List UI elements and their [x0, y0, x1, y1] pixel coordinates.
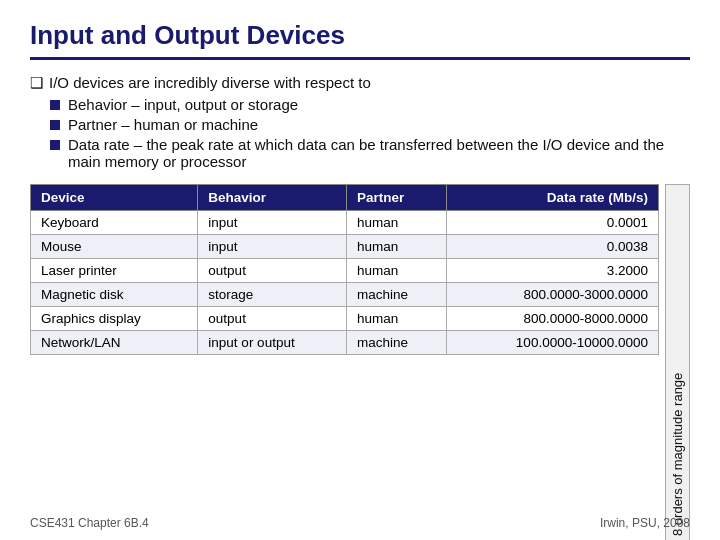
table-cell-3-2: machine [347, 283, 447, 307]
table-row: Mouseinputhuman0.0038 [31, 235, 659, 259]
table-cell-1-0: Mouse [31, 235, 198, 259]
table-row: Network/LANinput or outputmachine100.000… [31, 331, 659, 355]
table-row: Magnetic diskstoragemachine800.0000-3000… [31, 283, 659, 307]
sub-bullet-2: Partner – human or machine [50, 116, 690, 133]
table-row: Laser printeroutputhuman3.2000 [31, 259, 659, 283]
table-cell-2-0: Laser printer [31, 259, 198, 283]
table-cell-2-1: output [198, 259, 347, 283]
table-cell-1-1: input [198, 235, 347, 259]
col-header-device: Device [31, 185, 198, 211]
table-header-row: Device Behavior Partner Data rate (Mb/s) [31, 185, 659, 211]
bullet-square-1 [50, 100, 60, 110]
bullet-text-1: Behavior – input, output or storage [68, 96, 298, 113]
table-cell-0-3: 0.0001 [446, 211, 658, 235]
col-header-partner: Partner [347, 185, 447, 211]
table-row: Keyboardinputhuman0.0001 [31, 211, 659, 235]
vertical-label: 8 orders of magnitude range [665, 184, 690, 540]
table-container: Device Behavior Partner Data rate (Mb/s)… [30, 184, 690, 540]
vertical-label-container: 8 orders of magnitude range [665, 184, 690, 540]
table-cell-3-3: 800.0000-3000.0000 [446, 283, 658, 307]
col-header-behavior: Behavior [198, 185, 347, 211]
table-cell-5-1: input or output [198, 331, 347, 355]
footer: CSE431 Chapter 6B.4 Irwin, PSU, 2008 [30, 516, 690, 530]
main-bullet-icon: ❑ [30, 74, 43, 92]
table-cell-2-2: human [347, 259, 447, 283]
table-cell-1-3: 0.0038 [446, 235, 658, 259]
bullet-text-2: Partner – human or machine [68, 116, 258, 133]
table-row: Graphics displayoutputhuman800.0000-8000… [31, 307, 659, 331]
sub-bullet-1: Behavior – input, output or storage [50, 96, 690, 113]
footer-right: Irwin, PSU, 2008 [600, 516, 690, 530]
footer-left: CSE431 Chapter 6B.4 [30, 516, 149, 530]
intro-line: I/O devices are incredibly diverse with … [49, 74, 371, 91]
table-cell-0-2: human [347, 211, 447, 235]
table-cell-3-1: storage [198, 283, 347, 307]
sub-bullets: Behavior – input, output or storage Part… [50, 96, 690, 170]
table-cell-3-0: Magnetic disk [31, 283, 198, 307]
table-cell-5-3: 100.0000-10000.0000 [446, 331, 658, 355]
slide-title: Input and Output Devices [30, 20, 690, 60]
table-cell-1-2: human [347, 235, 447, 259]
table-cell-4-3: 800.0000-8000.0000 [446, 307, 658, 331]
table-cell-2-3: 3.2000 [446, 259, 658, 283]
slide: Input and Output Devices ❑ I/O devices a… [0, 0, 720, 540]
table-cell-0-0: Keyboard [31, 211, 198, 235]
table-cell-5-2: machine [347, 331, 447, 355]
table-cell-4-1: output [198, 307, 347, 331]
table-cell-0-1: input [198, 211, 347, 235]
table-cell-4-2: human [347, 307, 447, 331]
col-header-datarate: Data rate (Mb/s) [446, 185, 658, 211]
bullet-square-3 [50, 140, 60, 150]
io-table: Device Behavior Partner Data rate (Mb/s)… [30, 184, 659, 355]
bullet-square-2 [50, 120, 60, 130]
bullet-text-3: Data rate – the peak rate at which data … [68, 136, 690, 170]
table-cell-5-0: Network/LAN [31, 331, 198, 355]
sub-bullet-3: Data rate – the peak rate at which data … [50, 136, 690, 170]
intro-section: ❑ I/O devices are incredibly diverse wit… [30, 74, 690, 170]
table-cell-4-0: Graphics display [31, 307, 198, 331]
